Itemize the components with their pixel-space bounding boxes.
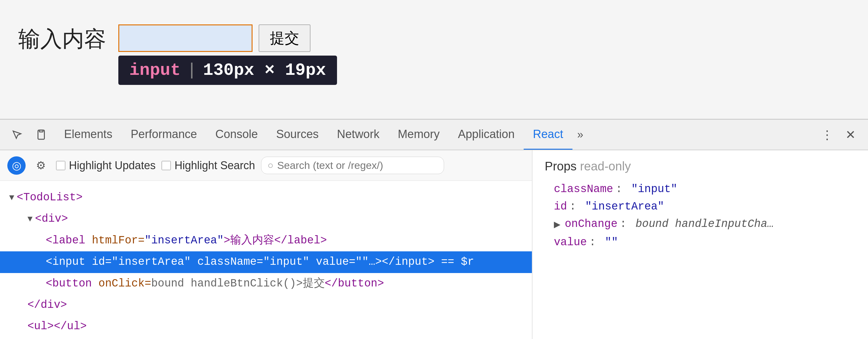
tree-node-ul[interactable]: <ul></ul> xyxy=(0,316,532,337)
browser-page: 输入内容 提交 input | 130px × 19px xyxy=(0,0,868,119)
tab-react[interactable]: React xyxy=(524,120,572,150)
search-box: ○ xyxy=(261,157,444,174)
tooltip-tag: input xyxy=(129,60,181,80)
highlight-updates-checkbox[interactable] xyxy=(56,161,65,170)
tree-node-button[interactable]: <button onClick= bound handleBtnClick()>… xyxy=(0,273,532,294)
element-tooltip: input | 130px × 19px xyxy=(118,56,337,85)
tab-performance[interactable]: Performance xyxy=(121,120,206,150)
devtools-tabs-bar: Elements Performance Console Sources Net… xyxy=(0,120,868,150)
element-selector-icon[interactable] xyxy=(6,124,27,145)
highlight-search-label[interactable]: Highlight Search xyxy=(162,159,255,172)
prop-value: value : "" xyxy=(545,234,856,251)
tab-sources[interactable]: Sources xyxy=(267,120,328,150)
highlight-search-checkbox[interactable] xyxy=(162,161,171,170)
devtools-menu-icon[interactable]: ⋮ xyxy=(815,124,839,145)
tree-arrow-div: ▼ xyxy=(27,213,33,225)
tooltip-separator: | xyxy=(187,60,197,80)
tree-node-todolist[interactable]: ▼ <TodoList> xyxy=(0,187,532,208)
props-title: Props read-only xyxy=(545,160,856,173)
tab-application[interactable]: Application xyxy=(448,120,524,150)
tree-arrow-todolist: ▼ xyxy=(9,192,14,204)
submit-button[interactable]: 提交 xyxy=(259,24,310,52)
tab-more-icon[interactable]: » xyxy=(572,125,588,144)
prop-id: id : "insertArea" xyxy=(545,198,856,215)
props-panel: Props read-only className : "input" id :… xyxy=(532,150,868,339)
inspect-element-button[interactable]: ◎ xyxy=(7,157,26,175)
tab-memory[interactable]: Memory xyxy=(389,120,448,150)
tree-node-div[interactable]: ▼ <div> xyxy=(0,208,532,230)
tab-console[interactable]: Console xyxy=(206,120,267,150)
device-toggle-icon[interactable] xyxy=(31,124,52,145)
input-wrapper: 提交 input | 130px × 19px xyxy=(118,24,337,85)
prop-classname: className : "input" xyxy=(545,180,856,198)
prop-onchange[interactable]: ▶ onChange : bound handleInputCha… xyxy=(545,215,856,234)
tooltip-size: 130px × 19px xyxy=(203,60,326,80)
tree-node-todolist-close[interactable]: </TodoList> xyxy=(0,337,532,339)
input-row: 提交 xyxy=(118,24,310,52)
highlight-updates-label[interactable]: Highlight Updates xyxy=(56,159,156,172)
devtools-panel: Elements Performance Console Sources Net… xyxy=(0,119,868,339)
tree-node-input[interactable]: <input id="insertArea" className="input"… xyxy=(0,251,532,273)
tree-node-label[interactable]: <label htmlFor="insertArea" >输入内容</label… xyxy=(0,230,532,251)
svg-rect-1 xyxy=(39,130,43,132)
component-tree-panel: ◎ ⚙ Highlight Updates Highlight Search ○ xyxy=(0,150,532,339)
tree-node-div-close[interactable]: </div> xyxy=(0,294,532,316)
tree-toolbar: ◎ ⚙ Highlight Updates Highlight Search ○ xyxy=(0,150,532,181)
prop-expand-icon[interactable]: ▶ xyxy=(554,218,561,231)
text-input[interactable] xyxy=(118,24,252,52)
component-tree-content: ▼ <TodoList> ▼ <div> <label htmlFor="ins… xyxy=(0,181,532,339)
settings-button[interactable]: ⚙ xyxy=(32,157,50,175)
search-input[interactable] xyxy=(277,160,438,171)
devtools-close-icon[interactable]: ✕ xyxy=(839,124,862,145)
tab-network[interactable]: Network xyxy=(328,120,389,150)
devtools-content-area: ◎ ⚙ Highlight Updates Highlight Search ○ xyxy=(0,150,868,339)
tab-elements[interactable]: Elements xyxy=(55,120,121,150)
search-icon: ○ xyxy=(268,160,273,171)
page-label: 输入内容 xyxy=(18,24,106,54)
